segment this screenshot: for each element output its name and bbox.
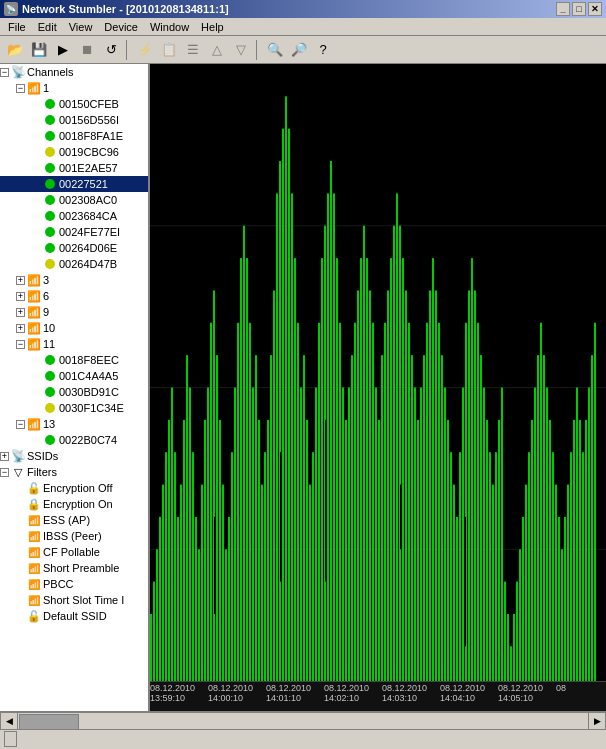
menu-edit[interactable]: Edit <box>32 20 63 34</box>
filters-icon: ▽ <box>11 465 25 479</box>
tree-mac7[interactable]: 002308AC0 <box>0 192 148 208</box>
refresh-button[interactable]: ↺ <box>100 39 122 61</box>
scroll-thumb[interactable] <box>19 714 79 730</box>
ch1-expander[interactable]: − <box>16 84 25 93</box>
stop-button[interactable]: ⏹ <box>76 39 98 61</box>
ssids-expander[interactable]: + <box>0 452 9 461</box>
zoom-out-button[interactable]: 🔎 <box>288 39 310 61</box>
toolbar-btn-5[interactable]: ▽ <box>230 39 252 61</box>
tree-ch11[interactable]: − 📶 11 <box>0 336 148 352</box>
tree-filters[interactable]: − ▽ Filters <box>0 464 148 480</box>
tree-channels[interactable]: − 📡 Channels <box>0 64 148 80</box>
tree-mac3[interactable]: 0018F8FA1E <box>0 128 148 144</box>
tree-mac15[interactable]: 0030F1C34E <box>0 400 148 416</box>
svg-rect-66 <box>336 258 338 711</box>
svg-rect-67 <box>339 323 341 711</box>
tree-mac9[interactable]: 0024FE77EI <box>0 224 148 240</box>
tree-filter-enc-off[interactable]: 🔓 Encryption Off <box>0 480 148 496</box>
tree-mac5[interactable]: 001E2AE57 <box>0 160 148 176</box>
filter-default-ssid-label: Default SSID <box>43 610 107 622</box>
svg-rect-118 <box>492 485 494 711</box>
tree-filter-ibss[interactable]: 📶 IBSS (Peer) <box>0 528 148 544</box>
ch13-expander[interactable]: − <box>16 420 25 429</box>
menu-window[interactable]: Window <box>144 20 195 34</box>
signal-green-icon <box>45 435 55 445</box>
menu-device[interactable]: Device <box>98 20 144 34</box>
filter-cf-label: CF Pollable <box>43 546 100 558</box>
tree-filter-short-slot[interactable]: 📶 Short Slot Time I <box>0 592 148 608</box>
mac15-icon <box>43 401 57 415</box>
svg-rect-96 <box>426 323 428 711</box>
filters-expander[interactable]: − <box>0 468 9 477</box>
status-text <box>4 731 17 747</box>
tree-filter-ess[interactable]: 📶 ESS (AP) <box>0 512 148 528</box>
tree-ch13[interactable]: − 📶 13 <box>0 416 148 432</box>
svg-rect-153 <box>214 517 215 614</box>
zoom-in-button[interactable]: 🔍 <box>264 39 286 61</box>
ch10-expander[interactable]: + <box>16 324 25 333</box>
window-controls[interactable]: _ □ ✕ <box>556 2 602 16</box>
tree-mac1[interactable]: 00150CFEB <box>0 96 148 112</box>
menu-help[interactable]: Help <box>195 20 230 34</box>
tree-mac16[interactable]: 0022B0C74 <box>0 432 148 448</box>
tree-mac13[interactable]: 001C4A4A5 <box>0 368 148 384</box>
ch6-expander[interactable]: + <box>16 292 25 301</box>
tree-ch1[interactable]: − 📶 1 <box>0 80 148 96</box>
open-button[interactable]: 📂 <box>4 39 26 61</box>
horizontal-scrollbar[interactable]: ◀ ▶ <box>0 711 606 729</box>
tree-mac10[interactable]: 00264D06E <box>0 240 148 256</box>
toolbar-btn-1[interactable]: ⚡ <box>134 39 156 61</box>
tree-mac11[interactable]: 00264D47B <box>0 256 148 272</box>
minimize-button[interactable]: _ <box>556 2 570 16</box>
channels-expander[interactable]: − <box>0 68 9 77</box>
help-button[interactable]: ? <box>312 39 334 61</box>
toolbar-btn-3[interactable]: ☰ <box>182 39 204 61</box>
tree-mac12[interactable]: 0018F8EEC <box>0 352 148 368</box>
tree-ch3[interactable]: + 📶 3 <box>0 272 148 288</box>
svg-rect-80 <box>378 420 380 711</box>
ch11-expander[interactable]: − <box>16 340 25 349</box>
svg-rect-155 <box>325 420 326 582</box>
ch3-expander[interactable]: + <box>16 276 25 285</box>
start-button[interactable]: ▶ <box>52 39 74 61</box>
tree-filter-short-pream[interactable]: 📶 Short Preamble <box>0 560 148 576</box>
tree-filter-pbcc[interactable]: 📶 PBCC <box>0 576 148 592</box>
svg-rect-46 <box>276 193 278 711</box>
scroll-right-button[interactable]: ▶ <box>588 712 606 730</box>
signal-green-icon <box>45 243 55 253</box>
svg-rect-107 <box>459 452 461 711</box>
tree-mac8[interactable]: 0023684CA <box>0 208 148 224</box>
svg-rect-60 <box>318 323 320 711</box>
ch1-label: 1 <box>43 82 49 94</box>
time-label-6: 08.12.201014:04:10 <box>440 684 485 704</box>
tree-ch6[interactable]: + 📶 6 <box>0 288 148 304</box>
scroll-track[interactable] <box>18 712 588 730</box>
tree-mac14[interactable]: 0030BD91C <box>0 384 148 400</box>
tree-ch10[interactable]: + 📶 10 <box>0 320 148 336</box>
tree-filter-default-ssid[interactable]: 🔓 Default SSID <box>0 608 148 624</box>
mac4-icon <box>43 145 57 159</box>
menu-view[interactable]: View <box>63 20 99 34</box>
tree-mac4[interactable]: 0019CBC96 <box>0 144 148 160</box>
tree-ssids[interactable]: + 📡 SSIDs <box>0 448 148 464</box>
tree-ch9[interactable]: + 📶 9 <box>0 304 148 320</box>
scroll-left-button[interactable]: ◀ <box>0 712 18 730</box>
tree-mac2[interactable]: 00156D556I <box>0 112 148 128</box>
toolbar-btn-4[interactable]: △ <box>206 39 228 61</box>
svg-rect-22 <box>204 420 206 711</box>
tree-mac6[interactable]: 00227521 <box>0 176 148 192</box>
tree-filter-enc-on[interactable]: 🔒 Encryption On <box>0 496 148 512</box>
menu-file[interactable]: File <box>2 20 32 34</box>
close-button[interactable]: ✕ <box>588 2 602 16</box>
tree-filter-cf[interactable]: 📶 CF Pollable <box>0 544 148 560</box>
ch9-expander[interactable]: + <box>16 308 25 317</box>
mac1-icon <box>43 97 57 111</box>
maximize-button[interactable]: □ <box>572 2 586 16</box>
svg-rect-32 <box>234 388 236 712</box>
toolbar-separator-1 <box>126 40 130 60</box>
ch9-label: 9 <box>43 306 49 318</box>
save-button[interactable]: 💾 <box>28 39 50 61</box>
mac10-label: 00264D06E <box>59 242 117 254</box>
svg-rect-51 <box>291 193 293 711</box>
toolbar-btn-2[interactable]: 📋 <box>158 39 180 61</box>
